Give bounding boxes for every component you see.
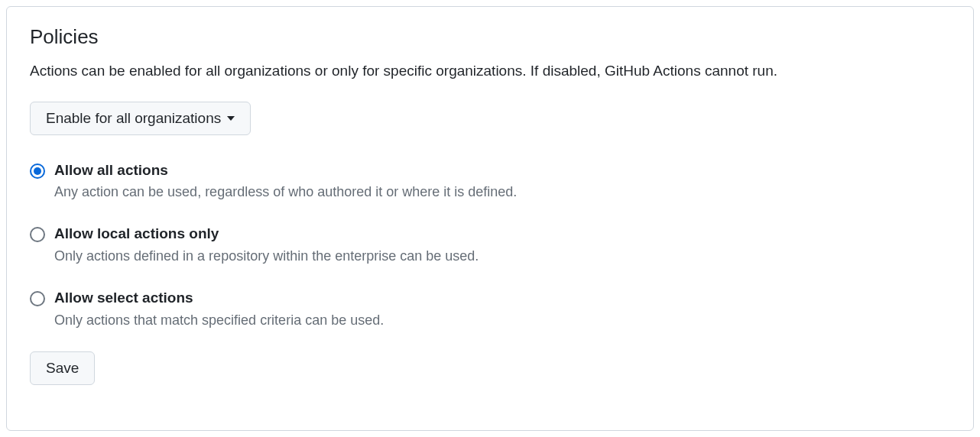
radio-title: Allow select actions bbox=[54, 289, 384, 308]
radio-description: Only actions that match specified criter… bbox=[54, 311, 384, 330]
radio-allow-local-only[interactable]: Allow local actions only Only actions de… bbox=[30, 225, 950, 266]
policies-description: Actions can be enabled for all organizat… bbox=[30, 61, 950, 82]
policies-heading: Policies bbox=[30, 25, 950, 49]
radio-description: Only actions defined in a repository wit… bbox=[54, 247, 479, 266]
save-button[interactable]: Save bbox=[30, 351, 95, 385]
radio-title: Allow all actions bbox=[54, 161, 517, 180]
dropdown-label: Enable for all organizations bbox=[46, 110, 221, 127]
policies-panel: Policies Actions can be enabled for all … bbox=[6, 6, 974, 431]
actions-policy-radio-group: Allow all actions Any action can be used… bbox=[30, 161, 950, 331]
radio-allow-all-actions[interactable]: Allow all actions Any action can be used… bbox=[30, 161, 950, 202]
enable-scope-dropdown[interactable]: Enable for all organizations bbox=[30, 102, 251, 135]
radio-title: Allow local actions only bbox=[54, 225, 479, 244]
radio-input-select-actions[interactable] bbox=[30, 291, 45, 306]
radio-input-allow-all[interactable] bbox=[30, 163, 45, 179]
caret-down-icon bbox=[227, 116, 235, 121]
radio-input-local-only[interactable] bbox=[30, 227, 45, 242]
radio-description: Any action can be used, regardless of wh… bbox=[54, 183, 517, 202]
radio-allow-select-actions[interactable]: Allow select actions Only actions that m… bbox=[30, 289, 950, 330]
